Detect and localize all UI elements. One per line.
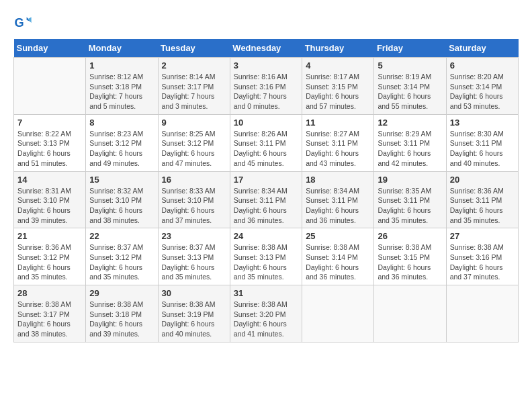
day-cell: 16Sunrise: 8:33 AM Sunset: 3:10 PM Dayli…	[158, 171, 230, 228]
day-cell: 10Sunrise: 8:26 AM Sunset: 3:11 PM Dayli…	[230, 114, 302, 171]
logo-icon: G	[13, 13, 32, 32]
day-info: Sunrise: 8:23 AM Sunset: 3:12 PM Dayligh…	[89, 129, 154, 169]
day-cell: 31Sunrise: 8:38 AM Sunset: 3:20 PM Dayli…	[230, 285, 302, 342]
day-number: 29	[89, 288, 154, 298]
day-number: 23	[162, 231, 226, 241]
day-info: Sunrise: 8:30 AM Sunset: 3:11 PM Dayligh…	[450, 129, 515, 169]
day-cell: 20Sunrise: 8:36 AM Sunset: 3:11 PM Dayli…	[446, 171, 518, 228]
day-number: 16	[162, 175, 226, 185]
day-number: 13	[450, 118, 515, 128]
day-cell: 6Sunrise: 8:20 AM Sunset: 3:14 PM Daylig…	[446, 58, 518, 115]
svg-text:G: G	[14, 16, 24, 30]
day-cell	[374, 285, 446, 342]
day-cell: 15Sunrise: 8:32 AM Sunset: 3:10 PM Dayli…	[86, 171, 158, 228]
day-cell: 1Sunrise: 8:12 AM Sunset: 3:18 PM Daylig…	[86, 58, 158, 115]
header-sunday: Sunday	[14, 39, 86, 58]
day-cell: 23Sunrise: 8:37 AM Sunset: 3:13 PM Dayli…	[158, 228, 230, 285]
week-row-1: 1Sunrise: 8:12 AM Sunset: 3:18 PM Daylig…	[14, 58, 519, 115]
day-cell: 25Sunrise: 8:38 AM Sunset: 3:14 PM Dayli…	[302, 228, 374, 285]
day-number: 19	[378, 175, 442, 185]
day-number: 11	[306, 118, 370, 128]
day-info: Sunrise: 8:38 AM Sunset: 3:14 PM Dayligh…	[306, 242, 370, 282]
day-cell: 29Sunrise: 8:38 AM Sunset: 3:18 PM Dayli…	[86, 285, 158, 342]
day-cell: 3Sunrise: 8:16 AM Sunset: 3:16 PM Daylig…	[230, 58, 302, 115]
day-number: 3	[234, 60, 298, 71]
day-info: Sunrise: 8:32 AM Sunset: 3:10 PM Dayligh…	[89, 186, 154, 226]
day-info: Sunrise: 8:35 AM Sunset: 3:11 PM Dayligh…	[378, 186, 442, 226]
header-wednesday: Wednesday	[230, 39, 302, 58]
day-info: Sunrise: 8:38 AM Sunset: 3:16 PM Dayligh…	[450, 242, 515, 282]
day-number: 22	[89, 231, 154, 241]
day-info: Sunrise: 8:38 AM Sunset: 3:20 PM Dayligh…	[234, 300, 298, 339]
day-number: 26	[378, 231, 442, 241]
header-friday: Friday	[374, 39, 446, 58]
week-row-4: 21Sunrise: 8:36 AM Sunset: 3:12 PM Dayli…	[14, 228, 519, 285]
day-info: Sunrise: 8:34 AM Sunset: 3:11 PM Dayligh…	[234, 186, 298, 226]
day-info: Sunrise: 8:31 AM Sunset: 3:10 PM Dayligh…	[17, 186, 82, 226]
day-number: 21	[17, 231, 82, 241]
day-number: 24	[234, 231, 298, 241]
day-info: Sunrise: 8:37 AM Sunset: 3:12 PM Dayligh…	[89, 242, 154, 282]
day-number: 17	[234, 175, 298, 185]
day-cell: 22Sunrise: 8:37 AM Sunset: 3:12 PM Dayli…	[86, 228, 158, 285]
day-cell: 17Sunrise: 8:34 AM Sunset: 3:11 PM Dayli…	[230, 171, 302, 228]
day-cell: 30Sunrise: 8:38 AM Sunset: 3:19 PM Dayli…	[158, 285, 230, 342]
header-saturday: Saturday	[446, 39, 518, 58]
day-info: Sunrise: 8:26 AM Sunset: 3:11 PM Dayligh…	[234, 129, 298, 169]
day-number: 9	[162, 118, 226, 128]
day-info: Sunrise: 8:20 AM Sunset: 3:14 PM Dayligh…	[450, 72, 515, 111]
day-number: 10	[234, 118, 298, 128]
day-info: Sunrise: 8:36 AM Sunset: 3:12 PM Dayligh…	[17, 242, 82, 282]
day-number: 4	[306, 60, 370, 71]
day-cell	[446, 285, 518, 342]
day-cell: 5Sunrise: 8:19 AM Sunset: 3:14 PM Daylig…	[374, 58, 446, 115]
day-info: Sunrise: 8:19 AM Sunset: 3:14 PM Dayligh…	[378, 72, 442, 111]
day-info: Sunrise: 8:38 AM Sunset: 3:15 PM Dayligh…	[378, 242, 442, 282]
day-info: Sunrise: 8:38 AM Sunset: 3:17 PM Dayligh…	[17, 300, 82, 339]
day-info: Sunrise: 8:29 AM Sunset: 3:11 PM Dayligh…	[378, 129, 442, 169]
week-row-2: 7Sunrise: 8:22 AM Sunset: 3:13 PM Daylig…	[14, 114, 519, 171]
day-number: 6	[450, 60, 515, 71]
page-header: G	[13, 13, 519, 32]
day-number: 8	[89, 118, 154, 128]
day-number: 15	[89, 175, 154, 185]
header-monday: Monday	[86, 39, 158, 58]
day-number: 25	[306, 231, 370, 241]
day-number: 27	[450, 231, 515, 241]
day-info: Sunrise: 8:38 AM Sunset: 3:19 PM Dayligh…	[162, 300, 226, 339]
day-cell: 7Sunrise: 8:22 AM Sunset: 3:13 PM Daylig…	[14, 114, 86, 171]
day-number: 7	[17, 118, 82, 128]
day-info: Sunrise: 8:38 AM Sunset: 3:13 PM Dayligh…	[234, 242, 298, 282]
day-cell	[302, 285, 374, 342]
day-cell: 9Sunrise: 8:25 AM Sunset: 3:12 PM Daylig…	[158, 114, 230, 171]
day-cell: 21Sunrise: 8:36 AM Sunset: 3:12 PM Dayli…	[14, 228, 86, 285]
header-thursday: Thursday	[302, 39, 374, 58]
day-cell: 14Sunrise: 8:31 AM Sunset: 3:10 PM Dayli…	[14, 171, 86, 228]
day-cell: 11Sunrise: 8:27 AM Sunset: 3:11 PM Dayli…	[302, 114, 374, 171]
day-number: 5	[378, 60, 442, 71]
day-info: Sunrise: 8:16 AM Sunset: 3:16 PM Dayligh…	[234, 72, 298, 111]
day-info: Sunrise: 8:36 AM Sunset: 3:11 PM Dayligh…	[450, 186, 515, 226]
day-info: Sunrise: 8:12 AM Sunset: 3:18 PM Dayligh…	[89, 72, 154, 111]
day-number: 31	[234, 288, 298, 298]
day-info: Sunrise: 8:22 AM Sunset: 3:13 PM Dayligh…	[17, 129, 82, 169]
day-cell	[14, 58, 86, 115]
day-cell: 13Sunrise: 8:30 AM Sunset: 3:11 PM Dayli…	[446, 114, 518, 171]
day-info: Sunrise: 8:27 AM Sunset: 3:11 PM Dayligh…	[306, 129, 370, 169]
day-number: 12	[378, 118, 442, 128]
day-number: 30	[162, 288, 226, 298]
day-cell: 28Sunrise: 8:38 AM Sunset: 3:17 PM Dayli…	[14, 285, 86, 342]
day-info: Sunrise: 8:17 AM Sunset: 3:15 PM Dayligh…	[306, 72, 370, 111]
day-info: Sunrise: 8:25 AM Sunset: 3:12 PM Dayligh…	[162, 129, 226, 169]
day-info: Sunrise: 8:14 AM Sunset: 3:17 PM Dayligh…	[162, 72, 226, 111]
day-cell: 19Sunrise: 8:35 AM Sunset: 3:11 PM Dayli…	[374, 171, 446, 228]
day-cell: 12Sunrise: 8:29 AM Sunset: 3:11 PM Dayli…	[374, 114, 446, 171]
calendar-header-row: SundayMondayTuesdayWednesdayThursdayFrid…	[14, 39, 519, 58]
day-number: 20	[450, 175, 515, 185]
week-row-5: 28Sunrise: 8:38 AM Sunset: 3:17 PM Dayli…	[14, 285, 519, 342]
day-info: Sunrise: 8:33 AM Sunset: 3:10 PM Dayligh…	[162, 186, 226, 226]
week-row-3: 14Sunrise: 8:31 AM Sunset: 3:10 PM Dayli…	[14, 171, 519, 228]
day-cell: 4Sunrise: 8:17 AM Sunset: 3:15 PM Daylig…	[302, 58, 374, 115]
day-number: 1	[89, 60, 154, 71]
day-info: Sunrise: 8:38 AM Sunset: 3:18 PM Dayligh…	[89, 300, 154, 339]
